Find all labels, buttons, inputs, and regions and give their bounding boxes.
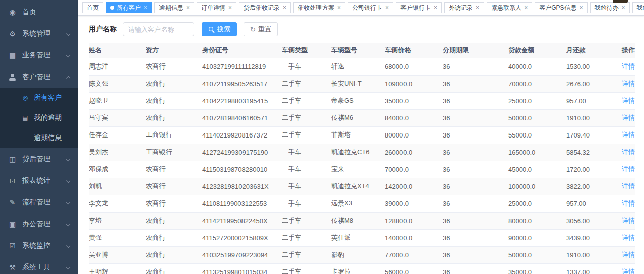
table-cell: 411081199003122553 bbox=[202, 195, 282, 212]
table-cell: 36 bbox=[443, 161, 508, 178]
search-input[interactable] bbox=[123, 22, 194, 36]
close-icon[interactable]: × bbox=[228, 5, 232, 11]
table-cell-action: 详情 bbox=[621, 212, 635, 229]
monitor-icon: ☑ bbox=[8, 242, 17, 250]
tab[interactable]: 订单详情 × bbox=[197, 2, 236, 13]
detail-link[interactable]: 详情 bbox=[622, 217, 635, 224]
avatar bbox=[613, 0, 628, 3]
detail-link[interactable]: 详情 bbox=[622, 234, 635, 241]
tab-label: 首页 bbox=[87, 4, 99, 12]
table-cell: 凯迪拉克CT6 bbox=[331, 144, 385, 161]
close-icon[interactable]: × bbox=[476, 5, 479, 11]
table-cell: 41142119950822450X bbox=[202, 212, 282, 229]
table-cell: 411503198708280010 bbox=[202, 161, 282, 178]
sidebar-menu-item[interactable]: ▣ 办公管理 bbox=[0, 213, 78, 235]
sidebar-menu-item[interactable]: ☑ 系统监控 bbox=[0, 235, 78, 256]
chevron-down-icon bbox=[66, 178, 70, 182]
tab[interactable]: 紧急联系人 × bbox=[487, 2, 532, 13]
tab[interactable]: 首页 bbox=[82, 2, 103, 13]
close-icon[interactable]: × bbox=[622, 5, 625, 11]
detail-link[interactable]: 详情 bbox=[622, 131, 635, 139]
close-icon[interactable]: × bbox=[579, 5, 583, 11]
sidebar-menu-item[interactable]: ▦ 业务管理 bbox=[0, 44, 78, 66]
tab[interactable]: 客户GPS信息 × bbox=[535, 2, 587, 13]
tab[interactable]: 我的流程 × bbox=[632, 2, 644, 13]
table-cell: 二手车 bbox=[282, 178, 331, 195]
close-icon[interactable]: × bbox=[524, 5, 528, 11]
close-icon[interactable]: × bbox=[283, 5, 286, 11]
table-cell: 3056.00 bbox=[566, 212, 621, 229]
detail-link[interactable]: 详情 bbox=[622, 97, 635, 104]
sidebar-menu-item[interactable]: 客户管理 bbox=[0, 66, 78, 88]
table-cell: 二手车 bbox=[282, 263, 331, 274]
table-header-row: 姓名资方身份证号车辆类型车辆型号车辆价格分期期限贷款金额月还款操作 bbox=[89, 43, 635, 58]
columns-icon: ◫ bbox=[8, 155, 17, 163]
table-cell: 1337.00 bbox=[566, 263, 621, 274]
table-cell: 411402199208167372 bbox=[202, 126, 282, 144]
table-cell: 工商银行 bbox=[146, 144, 202, 161]
sidebar-menu-item[interactable]: ⚒ 系统工具 bbox=[0, 256, 78, 274]
table-cell: 68000.0 bbox=[385, 58, 443, 75]
column-header: 身份证号 bbox=[202, 43, 282, 58]
tab[interactable]: 贷后催收记录 × bbox=[239, 2, 291, 13]
detail-link[interactable]: 详情 bbox=[622, 114, 635, 121]
sidebar-menu-item[interactable]: ⊡ 报表统计 bbox=[0, 170, 78, 191]
close-icon[interactable]: × bbox=[186, 5, 190, 11]
menu-item-label: 系统工具 bbox=[22, 263, 67, 272]
table-cell-action: 详情 bbox=[621, 229, 635, 246]
detail-link[interactable]: 详情 bbox=[622, 62, 635, 70]
sidebar-submenu-item[interactable]: ▤ 我的逾期 bbox=[0, 108, 78, 128]
table-cell: 410327199111112819 bbox=[202, 58, 282, 75]
detail-link[interactable]: 详情 bbox=[622, 199, 635, 207]
table-cell: 35000.0 bbox=[385, 92, 443, 109]
table-cell: 41232819810203631X bbox=[202, 178, 282, 195]
tab-label: 订单详情 bbox=[201, 4, 225, 12]
table-cell: 农商行 bbox=[146, 229, 202, 246]
table-cell: 36 bbox=[443, 58, 508, 75]
sidebar-menu-item[interactable]: ◉ 首页 bbox=[0, 1, 78, 23]
column-header: 操作 bbox=[621, 43, 635, 58]
table-cell: 二手车 bbox=[282, 92, 331, 109]
sidebar-menu-item[interactable]: ◫ 贷后管理 bbox=[0, 148, 78, 170]
close-icon[interactable]: × bbox=[434, 5, 437, 11]
detail-link[interactable]: 详情 bbox=[622, 165, 635, 173]
sidebar-menu-item[interactable]: ✎ 流程管理 bbox=[0, 191, 78, 213]
table-cell: 农商行 bbox=[146, 58, 202, 75]
close-icon[interactable]: × bbox=[337, 5, 341, 11]
tab[interactable]: 外访记录 × bbox=[444, 2, 484, 13]
column-header: 车辆型号 bbox=[331, 43, 385, 58]
table-cell: 工商银行 bbox=[146, 126, 202, 144]
tab[interactable]: 我的待办 × bbox=[590, 2, 630, 13]
chevron-down-icon bbox=[66, 31, 70, 35]
table-row: 任存金工商银行411402199208167372二手车菲斯塔80000.036… bbox=[89, 126, 635, 144]
table-cell: 957.00 bbox=[566, 92, 621, 109]
detail-link[interactable]: 详情 bbox=[622, 251, 635, 258]
table-cell-action: 详情 bbox=[621, 75, 635, 92]
detail-link[interactable]: 详情 bbox=[622, 80, 635, 87]
table-cell: 农商行 bbox=[146, 246, 202, 263]
reset-button[interactable]: ↻ 重置 bbox=[244, 22, 278, 36]
table-row: 王明辉农商行411325199801015034二手车卡罗拉56000.0363… bbox=[89, 263, 635, 274]
tab[interactable]: 催收处理方案 × bbox=[293, 2, 345, 13]
table-cell: 84000.0 bbox=[385, 109, 443, 126]
close-icon[interactable]: × bbox=[385, 5, 389, 11]
tab[interactable]: 公司银行卡 × bbox=[348, 2, 393, 13]
table-cell: 410721199505263517 bbox=[202, 75, 282, 92]
sidebar-menu-item[interactable]: ⚙ 系统管理 bbox=[0, 23, 78, 44]
table-cell-action: 详情 bbox=[621, 109, 635, 126]
tab[interactable]: 客户银行卡 × bbox=[396, 2, 442, 13]
sidebar-submenu-item[interactable]: 逾期信息 bbox=[0, 128, 78, 148]
detail-link[interactable]: 详情 bbox=[622, 182, 635, 190]
tab[interactable]: 逾期信息 × bbox=[154, 2, 194, 13]
tab[interactable]: 所有客户 × bbox=[106, 2, 152, 13]
table-cell: 410728198406160571 bbox=[202, 109, 282, 126]
close-icon[interactable]: × bbox=[144, 5, 147, 11]
search-button[interactable]: 搜索 bbox=[202, 22, 237, 36]
detail-link[interactable]: 详情 bbox=[622, 148, 635, 156]
chevron-down-icon bbox=[66, 222, 70, 226]
tools-icon: ⚒ bbox=[8, 263, 17, 271]
table-cell: 农商行 bbox=[146, 75, 202, 92]
detail-link[interactable]: 详情 bbox=[622, 268, 635, 274]
sidebar-submenu-item[interactable]: ◎ 所有客户 bbox=[0, 88, 78, 108]
table-cell-action: 详情 bbox=[621, 246, 635, 263]
